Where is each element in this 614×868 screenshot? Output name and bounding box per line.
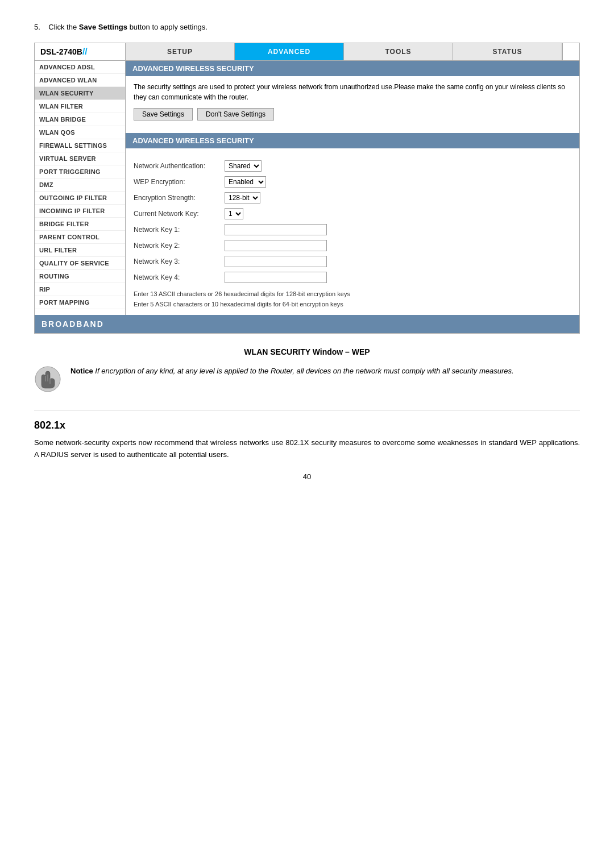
- nav-tab-status[interactable]: STATUS: [453, 43, 562, 60]
- form-row-key1: Network Key 1:: [134, 223, 571, 236]
- wep-select[interactable]: Enabled Disabled: [225, 176, 266, 188]
- sidebar-item-bridge-filter[interactable]: BRIDGE FILTER: [35, 218, 125, 231]
- intro-prefix: Click the: [48, 23, 78, 31]
- nav-tab-setup[interactable]: SETUP: [126, 43, 235, 60]
- wep-label: WEP Encryption:: [134, 178, 225, 186]
- router-ui: DSL-2740B// SETUP ADVANCED TOOLS STATUS …: [34, 43, 580, 334]
- intro-bold: Save Settings: [79, 23, 127, 31]
- sidebar-item-wlan-security[interactable]: WLAN SECURITY: [35, 87, 125, 100]
- key2-control: [225, 240, 327, 251]
- caption: WLAN SECURITY Window – WEP: [34, 347, 580, 356]
- wep-control: Enabled Disabled: [225, 176, 266, 188]
- nav-tab-tools[interactable]: TOOLS: [344, 43, 453, 60]
- notice-content: If encryption of any kind, at any level …: [95, 367, 513, 375]
- form-row-enc-strength: Encryption Strength: 128-bit 64-bit: [134, 192, 571, 204]
- enc-strength-select[interactable]: 128-bit 64-bit: [225, 192, 260, 203]
- content-body: The security settings are used to protec…: [126, 76, 579, 133]
- sidebar-item-outgoing-ip[interactable]: OUTGOING IP FILTER: [35, 192, 125, 205]
- key3-input[interactable]: [225, 256, 327, 267]
- key3-control: [225, 256, 327, 267]
- notice-icon: [34, 366, 61, 393]
- sidebar-item-dmz[interactable]: DMZ: [35, 178, 125, 192]
- bottom-brand-bar: BROADBAND: [35, 315, 579, 333]
- hint-text-1: Enter 13 ASCII characters or 26 hexadeci…: [134, 289, 571, 309]
- key4-control: [225, 272, 327, 283]
- sidebar-item-rip[interactable]: RIP: [35, 283, 125, 296]
- brand-cell: DSL-2740B//: [35, 43, 126, 60]
- button-row: Save Settings Don't Save Settings: [134, 108, 571, 121]
- form-row-key4: Network Key 4:: [134, 271, 571, 284]
- sidebar-item-parent-control[interactable]: PARENT CONTROL: [35, 231, 125, 244]
- intro-suffix: button to apply settings.: [127, 23, 208, 31]
- section-title-2: ADVANCED WIRELESS SECURITY: [126, 133, 579, 148]
- key3-label: Network Key 3:: [134, 258, 225, 265]
- network-auth-select[interactable]: Shared Open: [225, 160, 262, 172]
- content-area: ADVANCED WIRELESS SECURITY The security …: [126, 61, 579, 315]
- key4-input[interactable]: [225, 272, 327, 283]
- nav-tab-advanced[interactable]: ADVANCED: [235, 43, 344, 60]
- sidebar-item-incoming-ip[interactable]: INCOMING IP FILTER: [35, 205, 125, 218]
- sidebar-item-virtual-server[interactable]: VIRTUAL SERVER: [35, 152, 125, 165]
- form-table: Network Authentication: Shared Open WEP …: [134, 160, 571, 284]
- key1-control: [225, 224, 327, 235]
- form-row-current-key: Current Network Key: 1 2 3 4: [134, 207, 571, 220]
- notice-label: Notice: [70, 367, 93, 375]
- section-802-heading: 802.1x: [34, 420, 580, 431]
- form-row-key2: Network Key 2:: [134, 239, 571, 252]
- brand-name: DSL-2740B: [40, 47, 82, 56]
- form-body: Network Authentication: Shared Open WEP …: [126, 154, 579, 315]
- current-key-label: Current Network Key:: [134, 210, 225, 218]
- key1-label: Network Key 1:: [134, 226, 225, 234]
- sidebar-item-port-mapping[interactable]: PORT MAPPING: [35, 296, 125, 309]
- key2-input[interactable]: [225, 240, 327, 251]
- form-row-key3: Network Key 3:: [134, 255, 571, 268]
- brand-text: DSL-2740B//: [40, 47, 88, 57]
- top-nav: DSL-2740B// SETUP ADVANCED TOOLS STATUS: [35, 43, 579, 61]
- section-802-paragraph: Some network-security experts now recomm…: [34, 437, 580, 461]
- sidebar-item-advanced-adsl[interactable]: ADVANCED ADSL: [35, 61, 125, 74]
- brand-slashes: //: [82, 47, 88, 56]
- form-row-wep: WEP Encryption: Enabled Disabled: [134, 176, 571, 188]
- section-802: 802.1x Some network-security experts now…: [34, 420, 580, 461]
- sidebar: ADVANCED ADSL ADVANCED WLAN WLAN SECURIT…: [35, 61, 126, 315]
- step-number: 5.: [34, 23, 40, 31]
- section-divider: [34, 410, 580, 410]
- intro-paragraph: 5. Click the Save Settings button to app…: [34, 23, 580, 31]
- network-auth-label: Network Authentication:: [134, 162, 225, 170]
- notice-text-container: Notice If encryption of any kind, at any…: [70, 366, 514, 377]
- dont-save-button[interactable]: Don't Save Settings: [197, 108, 274, 121]
- key4-label: Network Key 4:: [134, 273, 225, 281]
- hint-line-2: Enter 5 ASCII characters or 10 hexadecim…: [134, 300, 571, 310]
- notice-section: Notice If encryption of any kind, at any…: [34, 366, 580, 393]
- current-key-control: 1 2 3 4: [225, 208, 243, 219]
- page-number: 40: [34, 472, 580, 481]
- save-settings-button[interactable]: Save Settings: [134, 108, 193, 121]
- key1-input[interactable]: [225, 224, 327, 235]
- sidebar-item-quality-of-service[interactable]: QUALITY OF SERVICE: [35, 257, 125, 270]
- sidebar-item-url-filter[interactable]: URL FILTER: [35, 244, 125, 257]
- sidebar-item-wlan-qos[interactable]: WLAN QOS: [35, 126, 125, 139]
- sidebar-item-wlan-filter[interactable]: WLAN FILTER: [35, 100, 125, 113]
- network-auth-control: Shared Open: [225, 160, 262, 172]
- main-layout: ADVANCED ADSL ADVANCED WLAN WLAN SECURIT…: [35, 61, 579, 315]
- sidebar-item-firewall[interactable]: FIREWALL SETTINGS: [35, 139, 125, 152]
- section-title-1: ADVANCED WIRELESS SECURITY: [126, 61, 579, 76]
- hint-line-1: Enter 13 ASCII characters or 26 hexadeci…: [134, 289, 571, 300]
- current-key-select[interactable]: 1 2 3 4: [225, 208, 243, 219]
- sidebar-item-routing[interactable]: ROUTING: [35, 270, 125, 283]
- sidebar-item-wlan-bridge[interactable]: WLAN BRIDGE: [35, 113, 125, 126]
- enc-strength-label: Encryption Strength:: [134, 194, 225, 202]
- form-row-network-auth: Network Authentication: Shared Open: [134, 160, 571, 172]
- sidebar-item-advanced-wlan[interactable]: ADVANCED WLAN: [35, 74, 125, 87]
- description-text: The security settings are used to protec…: [134, 82, 571, 102]
- sidebar-item-port-triggering[interactable]: PORT TRIGGERING: [35, 165, 125, 178]
- key2-label: Network Key 2:: [134, 242, 225, 250]
- enc-strength-control: 128-bit 64-bit: [225, 192, 260, 203]
